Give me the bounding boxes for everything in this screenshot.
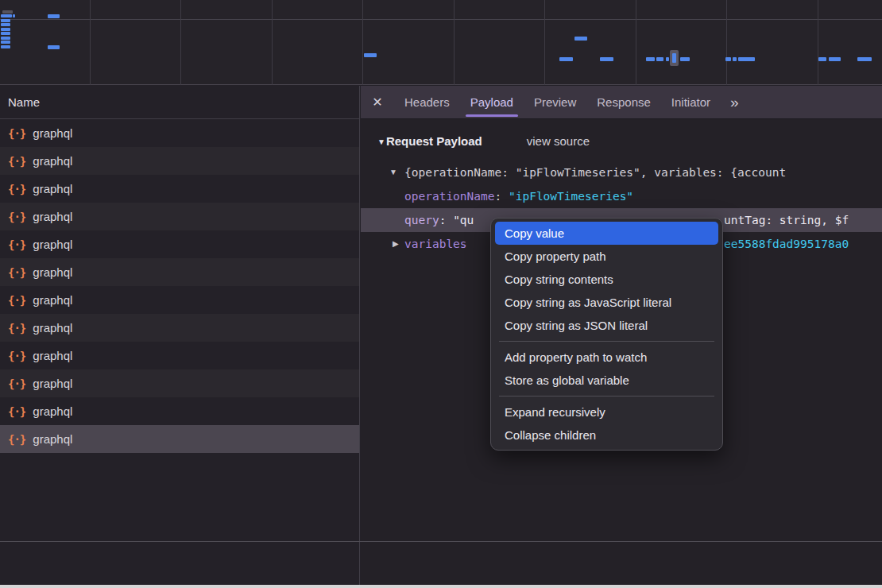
menu-item-collapse-children[interactable]: Collapse children xyxy=(495,424,718,447)
menu-item-copy-string-contents[interactable]: Copy string contents xyxy=(495,268,718,291)
request-list: {·}graphql{·}graphql{·}graphql{·}graphql… xyxy=(0,119,359,453)
request-timing-bar xyxy=(1,14,12,17)
request-name: graphql xyxy=(33,293,72,307)
request-row[interactable]: {·}graphql xyxy=(0,369,359,397)
json-segment: query xyxy=(404,214,439,226)
fetch-xhr-icon: {·} xyxy=(8,294,25,307)
json-segment: : xyxy=(439,214,453,226)
request-timing-bar xyxy=(1,45,10,48)
request-timing-bar xyxy=(364,53,377,57)
fetch-xhr-icon: {·} xyxy=(8,350,25,362)
overview-gridline xyxy=(362,0,363,85)
request-row[interactable]: {·}graphql xyxy=(0,230,359,258)
request-timing-bar xyxy=(559,57,573,61)
request-timing-bar xyxy=(2,10,13,14)
request-name: graphql xyxy=(33,210,72,223)
tree-expand-triangle-icon[interactable]: ▶ xyxy=(393,232,399,256)
devtools-window: Name {·}graphql{·}graphql{·}graphql{·}gr… xyxy=(0,0,882,588)
menu-item-store-as-global-variable[interactable]: Store as global variable xyxy=(495,369,718,392)
menu-item-copy-value[interactable]: Copy value xyxy=(495,222,718,245)
footer-divider xyxy=(0,541,882,542)
fetch-xhr-icon: {·} xyxy=(8,405,25,418)
json-segment-right: ee5588fdad995178a0 xyxy=(724,232,849,256)
request-timing-bar xyxy=(1,23,10,26)
overview-gridline xyxy=(636,0,636,85)
overview-gridline xyxy=(726,0,727,85)
request-timing-bar xyxy=(672,53,676,63)
tab-preview[interactable]: Preview xyxy=(524,86,586,118)
request-payload-section-header[interactable]: ▼Request Payloadview source xyxy=(361,130,882,153)
tabs-container: HeadersPayloadPreviewResponseInitiator xyxy=(394,86,721,118)
request-name: graphql xyxy=(33,377,72,390)
request-timing-bar xyxy=(818,57,826,61)
more-tabs-button[interactable]: » xyxy=(724,86,745,118)
request-row[interactable]: {·}graphql xyxy=(0,147,359,175)
tree-expand-triangle-icon[interactable]: ▼ xyxy=(389,161,397,184)
menu-item-copy-string-as-json-literal[interactable]: Copy string as JSON literal xyxy=(495,314,718,337)
request-row[interactable]: {·}graphql xyxy=(0,314,359,342)
request-row[interactable]: {·}graphql xyxy=(0,397,359,425)
name-column-header[interactable]: Name xyxy=(0,86,359,119)
request-name: graphql xyxy=(33,265,72,279)
fetch-xhr-icon: {·} xyxy=(8,377,25,390)
overview-gridline xyxy=(454,0,455,85)
json-segment: operationName xyxy=(404,190,495,203)
tab-initiator[interactable]: Initiator xyxy=(661,86,721,118)
request-row[interactable]: {·}graphql xyxy=(0,203,359,230)
request-timing-bar xyxy=(48,14,60,18)
payload-tree-row[interactable]: ▼{operationName: "ipFlowTimeseries", var… xyxy=(361,161,882,184)
request-timing-bar xyxy=(600,57,613,61)
request-row[interactable]: {·}graphql xyxy=(0,286,359,314)
overview-gridline xyxy=(818,0,818,85)
payload-tree-row[interactable]: operationName: "ipFlowTimeseries" xyxy=(361,184,882,208)
request-row[interactable]: {·}graphql xyxy=(0,258,359,286)
json-segment: untTag: string, $f xyxy=(724,214,849,226)
overview-lane-divider xyxy=(0,19,882,20)
collapse-triangle-icon[interactable]: ▼ xyxy=(377,137,385,146)
request-timing-bar xyxy=(829,57,841,61)
menu-separator xyxy=(499,396,714,397)
menu-item-expand-recursively[interactable]: Expand recursively xyxy=(495,400,718,424)
json-segment: ee5588fdad995178a0 xyxy=(724,238,849,250)
request-timing-bar xyxy=(48,45,60,49)
request-timing-bar xyxy=(646,57,655,61)
tab-headers[interactable]: Headers xyxy=(394,86,460,118)
request-timing-bar xyxy=(574,37,587,41)
menu-item-copy-property-path[interactable]: Copy property path xyxy=(495,245,718,268)
request-timing-bar xyxy=(680,57,690,61)
request-name: graphql xyxy=(33,349,72,362)
menu-separator xyxy=(499,341,714,342)
request-timing-bar xyxy=(857,57,872,61)
view-source-link[interactable]: view source xyxy=(527,134,590,148)
request-timing-bar xyxy=(656,57,663,61)
menu-item-add-property-path-to-watch[interactable]: Add property path to watch xyxy=(495,346,718,369)
request-name: graphql xyxy=(33,404,72,418)
context-menu: Copy valueCopy property pathCopy string … xyxy=(490,218,723,451)
section-title: Request Payload xyxy=(386,134,482,148)
request-row[interactable]: {·}graphql xyxy=(0,342,359,369)
request-timing-bar xyxy=(1,41,10,44)
request-row[interactable]: {·}graphql xyxy=(0,425,359,453)
request-timing-bar xyxy=(738,57,755,61)
request-name: graphql xyxy=(33,154,72,168)
json-segment: {operationName: "ipFlowTimeseries", vari… xyxy=(404,166,786,179)
details-tab-bar: ✕ HeadersPayloadPreviewResponseInitiator… xyxy=(361,86,882,119)
window-bottom-edge xyxy=(0,585,882,588)
fetch-xhr-icon: {·} xyxy=(8,127,25,140)
fetch-xhr-icon: {·} xyxy=(8,322,25,335)
request-name: graphql xyxy=(33,126,72,140)
requests-panel: Name {·}graphql{·}graphql{·}graphql{·}gr… xyxy=(0,86,360,588)
close-details-button[interactable]: ✕ xyxy=(361,86,394,118)
json-segment: "ipFlowTimeseries" xyxy=(509,190,633,203)
overview-gridline xyxy=(544,0,545,85)
menu-item-copy-string-as-javascript-literal[interactable]: Copy string as JavaScript literal xyxy=(495,291,718,314)
request-row[interactable]: {·}graphql xyxy=(0,175,359,203)
fetch-xhr-icon: {·} xyxy=(8,266,25,279)
json-segment-right: untTag: string, $f xyxy=(724,208,849,232)
network-overview-timeline[interactable] xyxy=(0,0,882,85)
request-timing-bar xyxy=(1,28,10,31)
json-segment: : xyxy=(495,190,509,203)
tab-payload[interactable]: Payload xyxy=(460,86,524,118)
tab-response[interactable]: Response xyxy=(586,86,661,118)
request-row[interactable]: {·}graphql xyxy=(0,119,359,147)
